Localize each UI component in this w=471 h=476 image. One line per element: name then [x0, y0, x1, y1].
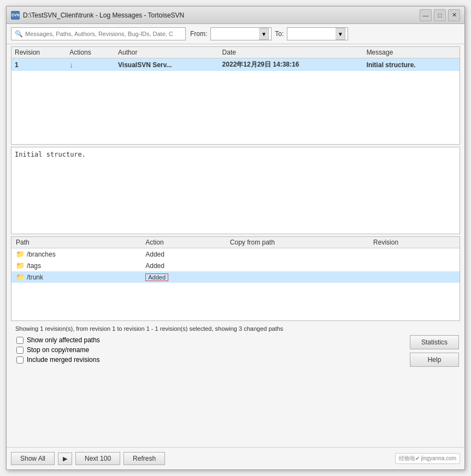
refresh-button[interactable]: Refresh: [123, 452, 165, 465]
table-row[interactable]: 📁/branches Added: [11, 248, 460, 260]
col-actions: Actions: [66, 47, 115, 58]
copy-from-cell: [226, 248, 369, 260]
options-panel: Show only affected paths Stop on copy/re…: [12, 335, 104, 365]
col-path: Path: [11, 237, 141, 248]
path-revision-cell: [369, 248, 460, 260]
status-text: Showing 1 revision(s), from revision 1 t…: [15, 325, 283, 332]
bottom-bar: Show All ▶ Next 100 Refresh 经验啦✔ jingyan…: [7, 447, 464, 469]
copy-from-cell: [226, 260, 369, 271]
stop-copy-row: Stop on copy/rename: [16, 346, 100, 354]
show-all-arrow[interactable]: ▶: [58, 453, 72, 465]
to-label: To:: [275, 30, 284, 38]
watermark: 经验啦✔ jingyanna.com: [395, 453, 460, 464]
statistics-button[interactable]: Statistics: [410, 335, 459, 349]
title-bar: SVN D:\TestSVN_Client\trunk - Log Messag…: [7, 7, 464, 24]
action-cell: Added: [141, 248, 226, 260]
search-box[interactable]: 🔍: [11, 27, 186, 40]
side-buttons: Statistics Help: [410, 335, 459, 367]
window-controls: — □ ✕: [420, 9, 460, 21]
message-cell: Initial structure.: [363, 58, 460, 72]
from-date-picker[interactable]: ▼: [259, 28, 269, 40]
col-author: Author: [115, 47, 219, 58]
show-affected-label: Show only affected paths: [27, 336, 100, 344]
log-table-container: Revision Actions Author Date Message 1 ↓…: [11, 46, 460, 145]
bottom-left: Show All ▶ Next 100 Refresh: [11, 452, 165, 465]
help-button[interactable]: Help: [410, 353, 459, 367]
search-input[interactable]: [25, 31, 182, 37]
path-revision-cell: [369, 271, 460, 283]
message-content: Initial structure.: [15, 151, 86, 158]
title-bar-left: SVN D:\TestSVN_Client\trunk - Log Messag…: [11, 11, 184, 20]
to-date-picker[interactable]: ▼: [335, 28, 345, 40]
paths-table-header: Path Action Copy from path Revision: [11, 237, 460, 248]
table-row[interactable]: 1 ↓ VisualSVN Serv... 2022年12月29日 14:38:…: [11, 58, 460, 72]
table-row[interactable]: 📁/trunk Added: [11, 271, 460, 283]
include-merged-row: Include merged revisions: [16, 356, 100, 364]
author-cell: VisualSVN Serv...: [115, 58, 219, 72]
from-to-filter: From: 2022/12/29 ▼ To: 2022/12/29 ▼: [190, 27, 348, 40]
from-label: From:: [190, 30, 207, 38]
toolbar: 🔍 From: 2022/12/29 ▼ To: 2022/12/29 ▼: [7, 24, 464, 44]
log-table-header: Revision Actions Author Date Message: [11, 47, 460, 58]
from-date-input[interactable]: 2022/12/29 ▼: [210, 27, 272, 40]
show-affected-row: Show only affected paths: [16, 336, 100, 344]
app-icon: SVN: [11, 11, 20, 20]
date-cell: 2022年12月29日 14:38:16: [219, 58, 363, 72]
close-button[interactable]: ✕: [448, 9, 460, 21]
show-all-button[interactable]: Show All: [11, 452, 55, 465]
include-merged-checkbox[interactable]: [16, 356, 23, 364]
maximize-button[interactable]: □: [434, 9, 446, 21]
path-revision-cell: [369, 260, 460, 271]
search-icon: 🔍: [15, 30, 23, 38]
minimize-button[interactable]: —: [420, 9, 432, 21]
actions-cell: ↓: [66, 58, 115, 72]
log-table: Revision Actions Author Date Message 1 ↓…: [11, 47, 460, 71]
main-window: SVN D:\TestSVN_Client\trunk - Log Messag…: [6, 6, 465, 470]
table-row[interactable]: 📁/tags Added: [11, 260, 460, 271]
path-cell: 📁/branches: [11, 248, 141, 260]
stop-copy-checkbox[interactable]: [16, 347, 23, 354]
to-date-field[interactable]: 2022/12/29: [290, 31, 333, 37]
col-copy-from: Copy from path: [226, 237, 369, 248]
col-path-revision: Revision: [369, 237, 460, 248]
stop-copy-label: Stop on copy/rename: [27, 346, 89, 354]
include-merged-label: Include merged revisions: [27, 356, 99, 364]
window-title: D:\TestSVN_Client\trunk - Log Messages -…: [23, 11, 184, 19]
action-cell: Added: [141, 260, 226, 271]
path-cell: 📁/trunk: [11, 271, 141, 283]
col-action: Action: [141, 237, 226, 248]
from-date-field[interactable]: 2022/12/29: [213, 31, 257, 37]
main-content: Revision Actions Author Date Message 1 ↓…: [7, 44, 464, 447]
next-100-button[interactable]: Next 100: [75, 452, 120, 465]
col-date: Date: [219, 47, 363, 58]
show-affected-checkbox[interactable]: [16, 337, 23, 344]
path-cell: 📁/tags: [11, 260, 141, 271]
to-date-input[interactable]: 2022/12/29 ▼: [287, 27, 348, 40]
col-message: Message: [363, 47, 460, 58]
message-box: Initial structure.: [11, 147, 460, 234]
copy-from-cell: [226, 271, 369, 283]
status-bar: Showing 1 revision(s), from revision 1 t…: [11, 323, 460, 333]
col-revision: Revision: [11, 47, 66, 58]
revision-cell: 1: [11, 58, 66, 72]
action-cell: Added: [141, 271, 226, 283]
paths-table: Path Action Copy from path Revision 📁/br…: [11, 237, 460, 283]
paths-container: Path Action Copy from path Revision 📁/br…: [11, 236, 460, 321]
